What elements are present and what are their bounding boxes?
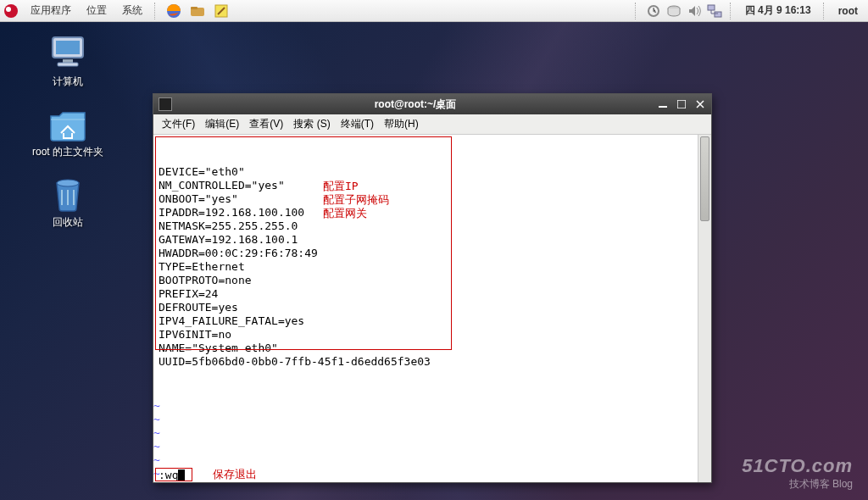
menu-search[interactable]: 搜索 (S) [288, 114, 335, 134]
svg-rect-4 [191, 7, 198, 9]
network-icon[interactable] [706, 3, 723, 19]
terminal-icon [159, 97, 172, 111]
config-line: UUID=5fb06bd0-0bb0-7ffb-45f1-d6edd65f3e0… [159, 355, 693, 369]
vim-tilde-line: ~ [153, 413, 698, 426]
menu-file[interactable]: 文件(F) [157, 114, 200, 134]
vim-tilde-line: ~ [153, 453, 698, 467]
vim-tilde-line: ~ [153, 440, 698, 453]
window-titlebar[interactable]: root@root:~/桌面 [153, 94, 711, 114]
terminal-menubar: 文件(F) 编辑(E) 查看(V) 搜索 (S) 终端(T) 帮助(H) [153, 114, 711, 135]
svg-rect-15 [659, 106, 667, 108]
svg-point-1 [6, 7, 11, 12]
terminal-scrollbar[interactable] [698, 135, 711, 482]
config-line: ONBOOT="yes" [159, 192, 693, 206]
svg-rect-13 [58, 63, 78, 66]
annotation-save-exit: 保存退出 [213, 467, 257, 482]
update-icon[interactable] [645, 3, 662, 19]
config-line: NETMASK=255.255.255.0 [159, 219, 693, 233]
nautilus-icon[interactable] [188, 2, 207, 20]
close-button[interactable] [693, 97, 708, 111]
svg-point-14 [57, 180, 79, 186]
watermark-line2: 技术博客 Blog [742, 477, 853, 492]
desktop-icons: 计算机 root 的主文件夹 回收站 [8, 34, 127, 245]
config-line: BOOTPROTO=none [159, 274, 693, 287]
gnome-top-panel: 应用程序 位置 系统 四 4月 9 16:13 root [0, 0, 868, 22]
distro-icon[interactable] [2, 2, 20, 20]
desktop-icon-trash[interactable]: 回收站 [8, 175, 127, 230]
volume-icon[interactable] [686, 3, 703, 19]
desktop-icon-label: 计算机 [53, 75, 83, 89]
minimize-button[interactable] [655, 97, 670, 111]
config-line: IPV6INIT=no [159, 328, 693, 342]
trash-icon [47, 175, 88, 212]
config-line: PREFIX=24 [159, 287, 693, 301]
menu-view[interactable]: 查看(V) [244, 114, 288, 134]
annotation-gateway: 配置网关 [323, 206, 367, 221]
config-line: GATEWAY=192.168.100.1 [159, 233, 693, 247]
svg-point-0 [4, 4, 18, 18]
config-line: NAME="System eth0" [159, 342, 693, 355]
firefox-icon[interactable] [164, 2, 183, 20]
menu-help[interactable]: 帮助(H) [379, 114, 424, 134]
watermark: 51CTO.com 技术博客 Blog [742, 455, 853, 492]
desktop-icon-label: 回收站 [53, 215, 83, 230]
svg-rect-8 [708, 5, 715, 10]
menu-edit[interactable]: 编辑(E) [200, 114, 244, 134]
terminal-window: root@root:~/桌面 文件(F) 编辑(E) 查看(V) 搜索 (S) … [153, 93, 712, 483]
vim-tilde-line: ~ [153, 399, 698, 413]
panel-user[interactable]: root [833, 5, 863, 17]
maximize-button[interactable] [674, 97, 689, 111]
watermark-line1: 51CTO.com [742, 455, 853, 477]
config-line: HWADDR=00:0C:29:F6:78:49 [159, 247, 693, 260]
scrollbar-thumb[interactable] [700, 136, 709, 221]
computer-icon [47, 34, 88, 71]
home-folder-icon [47, 104, 88, 142]
svg-rect-16 [677, 100, 686, 108]
config-line: DEVICE="eth0" [159, 165, 693, 179]
menu-system[interactable]: 系统 [115, 0, 149, 21]
desktop-icon-computer[interactable]: 计算机 [8, 34, 127, 89]
terminal-viewport[interactable]: DEVICE="eth0"NM_CONTROLLED="yes"ONBOOT="… [153, 135, 711, 482]
config-line: NM_CONTROLLED="yes" [159, 179, 693, 192]
config-line: TYPE=Ethernet [159, 260, 693, 274]
svg-rect-12 [63, 59, 73, 63]
window-title: root@root:~/桌面 [177, 97, 654, 112]
menu-places[interactable]: 位置 [80, 0, 114, 21]
gedit-icon[interactable] [212, 2, 231, 20]
disk-icon[interactable] [665, 3, 682, 19]
terminal-text: DEVICE="eth0"NM_CONTROLLED="yes"ONBOOT="… [153, 135, 698, 482]
vim-tilde-line: ~ [153, 426, 698, 440]
panel-clock[interactable]: 四 4月 9 16:13 [740, 3, 816, 18]
svg-rect-9 [715, 12, 721, 17]
menu-applications[interactable]: 应用程序 [24, 0, 78, 21]
desktop-icon-label: root 的主文件夹 [32, 145, 103, 159]
svg-rect-11 [56, 41, 80, 54]
menu-terminal[interactable]: 终端(T) [336, 114, 379, 134]
vim-command-line: :wq [159, 469, 185, 482]
config-line: DEFROUTE=yes [159, 301, 693, 314]
config-line: IPV4_FAILURE_FATAL=yes [159, 314, 693, 328]
desktop-icon-home[interactable]: root 的主文件夹 [8, 104, 127, 159]
config-line: IPADDR=192.168.100.100 [159, 206, 693, 219]
